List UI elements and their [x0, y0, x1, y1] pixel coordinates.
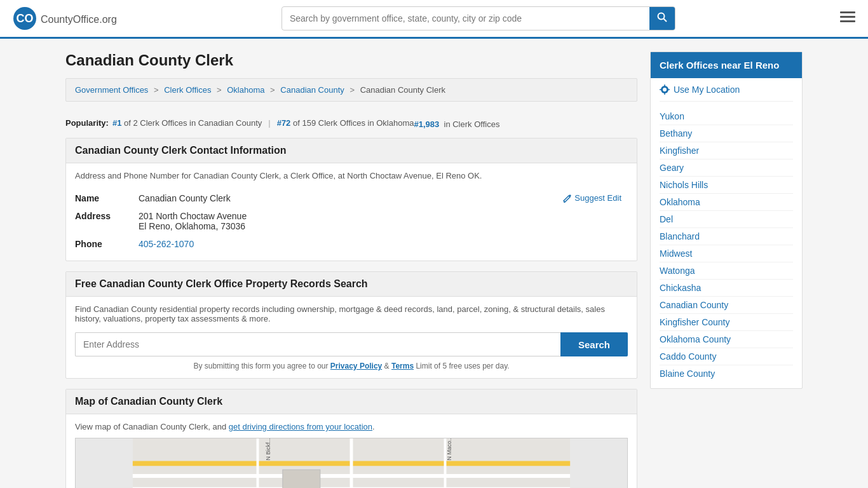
popularity-divider: |: [268, 118, 270, 128]
contact-section: Canadian County Clerk Contact Informatio…: [65, 138, 637, 261]
svg-rect-17: [283, 470, 320, 488]
edit-icon: [563, 194, 572, 203]
breadcrumb-sep: >: [154, 85, 161, 95]
location-icon: [660, 85, 670, 95]
use-my-location[interactable]: Use My Location: [660, 85, 793, 102]
logo-brand: CountyOffice: [41, 14, 99, 25]
search-area: [281, 6, 675, 30]
privacy-link[interactable]: Privacy Policy: [330, 362, 382, 370]
contact-name-row: Name Canadian County Clerk Suggest Edit: [75, 189, 628, 207]
breadcrumb-sep4: >: [349, 85, 356, 95]
popularity-rank2: #72: [277, 118, 291, 128]
map-section-body: View map of Canadian County Clerk, and g…: [66, 414, 637, 488]
svg-line-3: [663, 19, 667, 22]
page-title: Canadian County Clerk: [65, 51, 637, 69]
sidebar-link-10[interactable]: Chickasha: [660, 280, 793, 297]
contact-phone-value: 405-262-1070: [139, 235, 628, 253]
sidebar-title: Clerk Offices near El Reno: [651, 52, 802, 78]
svg-point-2: [658, 13, 664, 20]
logo-text: CountyOffice.org: [41, 11, 117, 26]
sidebar-link-14[interactable]: Caddo County: [660, 348, 793, 365]
map-placeholder: N Bickf... N Maco... Canadian County Cle…: [75, 438, 628, 488]
sidebar-link-2[interactable]: Kingfisher: [660, 142, 793, 159]
breadcrumb-sep3: >: [270, 85, 277, 95]
contact-table: Name Canadian County Clerk Suggest Edit: [75, 189, 628, 253]
popularity-rank1: #1: [112, 118, 121, 128]
contact-address-row: Address 201 North Choctaw Avenue El Reno…: [75, 207, 628, 235]
sidebar-body: Use My Location YukonBethanyKingfisherGe…: [651, 78, 802, 388]
contact-name-value: Canadian County Clerk Suggest Edit: [139, 189, 628, 207]
sidebar-box: Clerk Offices near El Reno Use My Locati…: [650, 51, 803, 389]
popularity-rank2-text: of 159 Clerk Offices in Oklahoma: [293, 118, 414, 128]
contact-address-label: Address: [75, 207, 139, 235]
sidebar-links: YukonBethanyKingfisherGearyNichols Hills…: [660, 108, 793, 382]
popularity-bar: Popularity: #1 of 2 Clerk Offices in Can…: [65, 111, 637, 138]
property-section-body: Find Canadian County residential propert…: [66, 297, 637, 378]
search-input[interactable]: [282, 8, 649, 29]
contact-phone-label: Phone: [75, 235, 139, 253]
sidebar-link-0[interactable]: Yukon: [660, 108, 793, 125]
contact-phone-row: Phone 405-262-1070: [75, 235, 628, 253]
sidebar-link-9[interactable]: Watonga: [660, 262, 793, 280]
sidebar-link-8[interactable]: Midwest: [660, 245, 793, 262]
contact-address-value: 201 North Choctaw Avenue El Reno, Oklaho…: [139, 207, 628, 235]
map-section: Map of Canadian County Clerk View map of…: [65, 389, 637, 488]
hamburger-icon: [840, 11, 855, 23]
address-input[interactable]: [75, 332, 560, 356]
sidebar: Clerk Offices near El Reno Use My Locati…: [650, 51, 803, 488]
logo-area: CO CountyOffice.org: [13, 6, 117, 30]
sidebar-link-11[interactable]: Canadian County: [660, 297, 793, 314]
sidebar-link-7[interactable]: Blanchard: [660, 228, 793, 245]
breadcrumb-item-gov[interactable]: Government Offices: [75, 85, 148, 95]
svg-rect-6: [840, 20, 855, 22]
search-button[interactable]: [649, 7, 675, 30]
property-search-form: Search: [75, 332, 628, 356]
breadcrumb-sep2: >: [217, 85, 224, 95]
search-icon: [657, 12, 667, 22]
logo-icon: CO: [13, 6, 37, 30]
sidebar-link-4[interactable]: Nichols Hills: [660, 177, 793, 194]
svg-text:CO: CO: [17, 12, 34, 25]
main-container: Canadian County Clerk Government Offices…: [53, 39, 815, 488]
property-section: Free Canadian County Clerk Office Proper…: [65, 271, 637, 379]
sidebar-link-6[interactable]: Del: [660, 211, 793, 228]
breadcrumb-item-clerk[interactable]: Clerk Offices: [164, 85, 211, 95]
sidebar-link-5[interactable]: Oklahoma: [660, 194, 793, 211]
popularity-label: Popularity:: [65, 118, 109, 128]
sidebar-link-15[interactable]: Blaine County: [660, 365, 793, 382]
search-property-button[interactable]: Search: [560, 332, 628, 356]
terms-link[interactable]: Terms: [391, 362, 414, 370]
sidebar-link-1[interactable]: Bethany: [660, 125, 793, 142]
breadcrumb-current: Canadian County Clerk: [360, 85, 445, 95]
content-area: Canadian County Clerk Government Offices…: [65, 51, 637, 488]
logo-org: .org: [99, 14, 117, 25]
svg-rect-4: [840, 11, 855, 13]
form-disclaimer: By submitting this form you agree to our…: [75, 362, 628, 370]
property-desc: Find Canadian County residential propert…: [75, 304, 628, 323]
site-header: CO CountyOffice.org: [0, 0, 868, 39]
svg-text:N Maco...: N Maco...: [446, 438, 452, 460]
breadcrumb: Government Offices > Clerk Offices > Okl…: [65, 78, 637, 102]
contact-desc: Address and Phone Number for Canadian Co…: [75, 171, 628, 180]
svg-point-19: [663, 88, 667, 92]
sidebar-link-3[interactable]: Geary: [660, 159, 793, 177]
svg-rect-5: [840, 16, 855, 18]
property-section-header: Free Canadian County Clerk Office Proper…: [66, 272, 637, 297]
map-svg: N Bickf... N Maco...: [76, 438, 627, 488]
sidebar-link-13[interactable]: Oklahoma County: [660, 331, 793, 348]
popularity-rank1-text: of 2 Clerk Offices in Canadian County: [124, 118, 262, 128]
breadcrumb-item-canadian-county[interactable]: Canadian County: [280, 85, 344, 95]
suggest-edit-link[interactable]: Suggest Edit: [563, 193, 621, 203]
breadcrumb-item-oklahoma[interactable]: Oklahoma: [227, 85, 264, 95]
map-desc: View map of Canadian County Clerk, and g…: [75, 422, 628, 431]
contact-name-label: Name: [75, 189, 139, 207]
contact-section-body: Address and Phone Number for Canadian Co…: [66, 163, 637, 261]
directions-link[interactable]: get driving directions from your locatio…: [229, 422, 372, 431]
popularity-rank3: #1,983: [414, 119, 440, 129]
sidebar-link-12[interactable]: Kingfisher County: [660, 314, 793, 331]
menu-icon[interactable]: [840, 10, 855, 27]
phone-link[interactable]: 405-262-1070: [139, 239, 194, 249]
contact-section-header: Canadian County Clerk Contact Informatio…: [66, 139, 637, 163]
map-section-header: Map of Canadian County Clerk: [66, 390, 637, 414]
popularity-rank3-text: in Clerk Offices: [444, 119, 500, 129]
